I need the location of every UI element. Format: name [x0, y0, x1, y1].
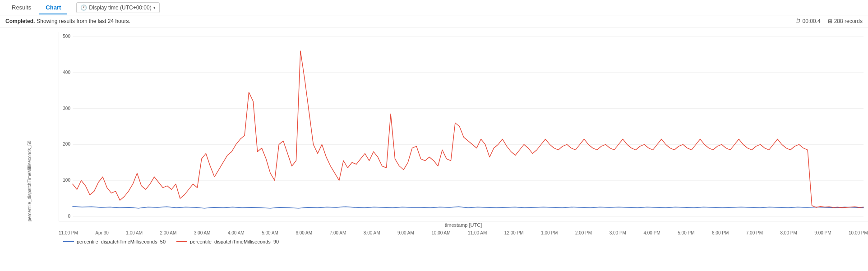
x-label: 1:00 PM — [541, 230, 558, 235]
legend-label: percentile_dispatchTimeMilliseconds_90 — [190, 239, 279, 244]
x-label: 10:00 AM — [431, 230, 450, 235]
legend-item: percentile_dispatchTimeMilliseconds_50 — [63, 239, 166, 244]
duration-item: ⏱ 00:00.4 — [795, 18, 821, 24]
svg-text:300: 300 — [63, 106, 70, 111]
x-axis-title: timestamp [UTC] — [0, 221, 868, 229]
timer-icon: ⏱ — [795, 18, 801, 24]
x-label: 11:00 PM — [59, 230, 78, 235]
legend: percentile_dispatchTimeMilliseconds_50pe… — [0, 235, 868, 244]
x-label: 8:00 PM — [780, 230, 797, 235]
x-label: 4:00 AM — [228, 230, 245, 235]
y-axis-label: percentile_dispatchTimeMilliseconds_50 — [0, 32, 59, 221]
x-label: 2:00 AM — [160, 230, 177, 235]
x-label: 2:00 PM — [575, 230, 592, 235]
top-bar: Results Chart 🕐 Display time (UTC+00:00)… — [0, 0, 868, 15]
x-label: 8:00 AM — [364, 230, 380, 235]
chart-svg: 0100200300400500 — [59, 32, 868, 221]
x-label: Apr 30 — [95, 230, 108, 235]
x-label: 1:00 AM — [126, 230, 143, 235]
x-label: 9:00 PM — [814, 230, 831, 235]
x-label: 6:00 PM — [712, 230, 729, 235]
display-time-label: Display time (UTC+00:00) — [89, 5, 151, 11]
x-label: 7:00 AM — [330, 230, 346, 235]
tab-results[interactable]: Results — [5, 1, 37, 14]
x-label: 4:00 PM — [643, 230, 660, 235]
svg-text:100: 100 — [63, 178, 70, 183]
chart-container: percentile_dispatchTimeMilliseconds_50 0… — [0, 32, 868, 221]
x-label: 9:00 AM — [397, 230, 414, 235]
chart-inner: 0100200300400500 — [59, 32, 868, 221]
x-label: 5:00 AM — [262, 230, 278, 235]
svg-text:500: 500 — [63, 34, 70, 39]
status-right: ⏱ 00:00.4 ⊞ 288 records — [795, 18, 863, 24]
x-label: 3:00 AM — [194, 230, 211, 235]
legend-label: percentile_dispatchTimeMilliseconds_50 — [77, 239, 166, 244]
chevron-down-icon: ▾ — [153, 5, 156, 10]
tab-chart[interactable]: Chart — [39, 1, 67, 14]
duration-value: 00:00.4 — [803, 18, 821, 24]
svg-text:0: 0 — [68, 214, 70, 219]
legend-line — [63, 241, 74, 242]
status-bar: Completed. Showing results from the last… — [0, 15, 868, 28]
svg-text:200: 200 — [63, 142, 70, 147]
records-value: 288 records — [834, 18, 863, 24]
table-icon: ⊞ — [828, 18, 832, 24]
x-label: 5:00 PM — [678, 230, 694, 235]
status-message: Showing results from the last 24 hours. — [37, 18, 130, 24]
records-item: ⊞ 288 records — [828, 18, 863, 24]
x-label: 10:00 PM — [849, 230, 868, 235]
display-time-selector[interactable]: 🕐 Display time (UTC+00:00) ▾ — [76, 2, 159, 13]
x-label: 7:00 PM — [746, 230, 763, 235]
x-label: 12:00 PM — [504, 230, 524, 235]
x-label: 11:00 AM — [468, 230, 487, 235]
legend-item: percentile_dispatchTimeMilliseconds_90 — [176, 239, 279, 244]
x-axis-labels: 11:00 PMApr 301:00 AM2:00 AM3:00 AM4:00 … — [0, 230, 868, 235]
svg-text:400: 400 — [63, 70, 70, 75]
status-left: Completed. Showing results from the last… — [5, 18, 130, 24]
legend-line — [176, 241, 187, 242]
x-label: 6:00 AM — [295, 230, 312, 235]
x-label: 3:00 PM — [609, 230, 626, 235]
completed-label: Completed. — [5, 18, 35, 24]
clock-icon: 🕐 — [80, 5, 87, 11]
chart-area: percentile_dispatchTimeMilliseconds_50 0… — [0, 28, 868, 244]
